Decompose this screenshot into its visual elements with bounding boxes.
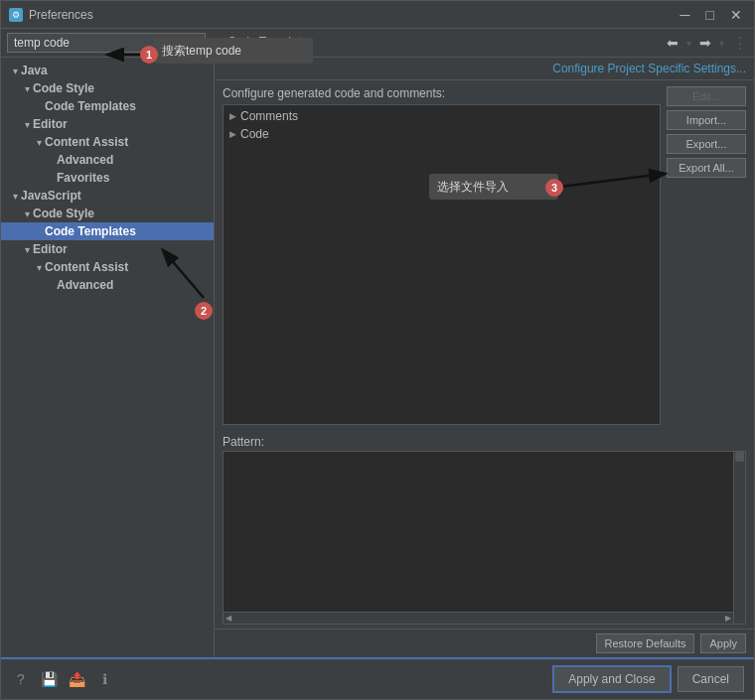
sidebar: ▾ Java ▾ Code Style Code Templates (1, 58, 215, 657)
sidebar-item-java-editor[interactable]: ▾ Editor (1, 115, 214, 133)
right-panel: Configure Project Specific Settings... C… (215, 58, 754, 657)
footer: ? 💾 📤 ℹ Apply and Close Cancel (1, 657, 754, 699)
sidebar-item-java[interactable]: ▾ Java (1, 62, 214, 79)
section-label: Configure generated code and comments: (223, 86, 661, 100)
title-bar-controls[interactable]: ─ □ ✕ (677, 8, 746, 22)
pattern-label: Pattern: (223, 435, 746, 449)
info-icon[interactable]: ℹ (94, 669, 114, 689)
sidebar-item-java-content-assist[interactable]: ▾ Content Assist (1, 133, 214, 151)
title-bar: ⚙ Preferences ─ □ ✕ (1, 1, 754, 29)
restore-defaults-button[interactable]: Restore Defaults (596, 633, 695, 653)
search-input[interactable] (7, 33, 206, 53)
sidebar-item-java-code-templates[interactable]: Code Templates (1, 97, 214, 115)
search-nav-bar: ◀ ⬅ ▾ ➡ ▾ ⋮ Code Templates (1, 29, 754, 58)
bottom-buttons: Restore Defaults Apply (215, 629, 754, 657)
export-button[interactable]: Export... (667, 134, 746, 154)
sidebar-item-javascript[interactable]: ▾ JavaScript (1, 187, 214, 205)
import-icon[interactable]: 📤 (67, 669, 86, 689)
template-code[interactable]: ▶ Code (226, 125, 658, 143)
pattern-section: Pattern: ◀ ▶ (215, 431, 754, 629)
right-panel-body: Configure generated code and comments: ▶… (215, 80, 754, 431)
scroll-right-arrow[interactable]: ▶ (723, 614, 733, 623)
panel-tab: Code Templates (220, 35, 322, 49)
action-buttons: Edit... Import... Export... Export All..… (667, 86, 746, 425)
sidebar-item-java-advanced[interactable]: Advanced (1, 151, 214, 169)
sidebar-item-js-content-assist[interactable]: ▾ Content Assist (1, 258, 214, 276)
footer-icons: ? 💾 📤 ℹ (11, 669, 114, 689)
comments-arrow: ▶ (229, 111, 236, 121)
close-button[interactable]: ✕ (726, 8, 746, 22)
sidebar-item-java-favorites[interactable]: Favorites (1, 169, 214, 187)
scroll-left-arrow[interactable]: ◀ (224, 614, 233, 623)
window-title: Preferences (29, 8, 93, 22)
sidebar-item-js-code-style[interactable]: ▾ Code Style (1, 205, 214, 222)
configure-project-link[interactable]: Configure Project Specific Settings... (552, 62, 746, 75)
right-panel-header: Configure Project Specific Settings... (215, 58, 754, 80)
main-content: ▾ Java ▾ Code Style Code Templates (1, 58, 754, 657)
maximize-button[interactable]: □ (702, 8, 718, 22)
template-comments[interactable]: ▶ Comments (226, 107, 658, 125)
forward-arrow[interactable]: ➡ (695, 33, 715, 53)
edit-button[interactable]: Edit... (667, 86, 746, 106)
code-label: Code (240, 127, 269, 141)
import-button[interactable]: Import... (667, 110, 746, 130)
sidebar-item-js-advanced[interactable]: Advanced (1, 276, 214, 294)
save-icon[interactable]: 💾 (39, 669, 59, 689)
sidebar-item-js-editor[interactable]: ▾ Editor (1, 240, 214, 258)
apply-button[interactable]: Apply (700, 633, 746, 653)
app-icon: ⚙ (9, 8, 23, 22)
vertical-scrollbar[interactable] (733, 452, 745, 624)
pattern-editor[interactable]: ◀ ▶ (223, 451, 746, 625)
horizontal-scrollbar[interactable]: ◀ ▶ (224, 612, 733, 624)
export-all-button[interactable]: Export All... (667, 158, 746, 178)
cancel-button[interactable]: Cancel (678, 666, 744, 692)
question-icon[interactable]: ? (11, 669, 31, 689)
templates-tree[interactable]: ▶ Comments ▶ Code (223, 104, 661, 425)
sidebar-item-js-code-templates[interactable]: Code Templates (1, 222, 214, 240)
apply-close-button[interactable]: Apply and Close (552, 665, 671, 693)
sidebar-item-java-code-style[interactable]: ▾ Code Style (1, 79, 214, 97)
comments-label: Comments (240, 109, 298, 123)
templates-section: Configure generated code and comments: ▶… (223, 86, 661, 425)
minimize-button[interactable]: ─ (677, 8, 694, 22)
back-arrow[interactable]: ⬅ (663, 33, 682, 53)
footer-buttons: Apply and Close Cancel (552, 665, 744, 693)
title-bar-left: ⚙ Preferences (9, 8, 93, 22)
code-arrow: ▶ (229, 129, 236, 139)
